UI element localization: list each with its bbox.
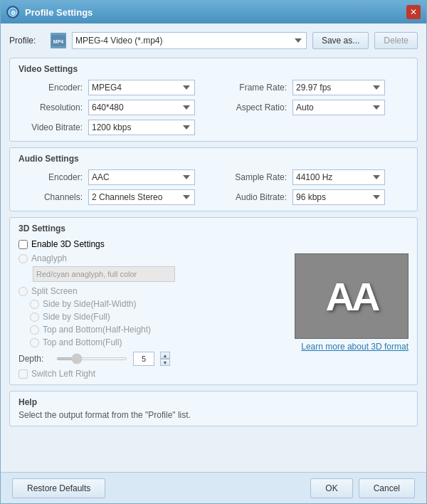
channels-label: Channels:: [19, 192, 83, 202]
profile-select[interactable]: MPEG-4 Video (*.mp4): [72, 32, 307, 49]
enable-3d-label: Enable 3D Settings: [31, 239, 105, 249]
audio-encoder-select[interactable]: AAC: [88, 169, 195, 185]
encoder-label: Encoder:: [19, 83, 83, 93]
channels-row: Channels: 2 Channels Stereo: [19, 189, 211, 205]
split-screen-row: Split Screen: [19, 286, 286, 296]
side-by-side-half-radio[interactable]: [30, 300, 39, 309]
sample-rate-select[interactable]: 44100 Hz: [292, 169, 385, 185]
ok-button[interactable]: OK: [310, 478, 352, 498]
settings-3d-left: Enable 3D Settings Anaglyph Split Screen: [19, 239, 286, 379]
switch-left-right-label: Switch Left Right: [31, 369, 95, 379]
content-area: Profile: MP4 MPEG-4 Video (*.mp4) Save a…: [1, 23, 426, 472]
top-bottom-half-label: Top and Bottom(Half-Height): [43, 325, 151, 335]
depth-slider[interactable]: [56, 357, 127, 360]
svg-text:MP4: MP4: [53, 39, 64, 44]
side-by-side-full-label: Side by Side(Full): [43, 312, 110, 322]
audio-settings-section: Audio Settings Encoder: AAC Sample Rate:…: [9, 147, 418, 211]
footer: Restore Defaults OK Cancel: [1, 472, 426, 503]
depth-label: Depth:: [19, 354, 51, 364]
video-bitrate-select[interactable]: 1200 kbps: [88, 120, 195, 135]
enable-3d-checkbox[interactable]: [19, 240, 28, 249]
video-bitrate-label: Video Bitrate:: [19, 122, 83, 132]
top-bottom-full-row: Top and Bottom(Full): [30, 337, 286, 347]
window-icon: ⚙: [6, 6, 19, 19]
restore-defaults-button[interactable]: Restore Defaults: [12, 478, 105, 498]
preview-box: AA: [295, 253, 408, 339]
depth-down-button[interactable]: ▼: [160, 359, 170, 366]
settings-3d-title: 3D Settings: [19, 224, 408, 233]
aspect-ratio-row: Aspect Ratio: Auto: [216, 100, 408, 115]
split-screen-radio[interactable]: [19, 287, 28, 296]
side-by-side-half-label: Side by Side(Half-Width): [43, 299, 136, 309]
side-by-side-half-row: Side by Side(Half-Width): [30, 299, 286, 309]
anaglyph-radio[interactable]: [19, 254, 28, 263]
encoder-row: Encoder: MPEG4: [19, 80, 211, 95]
footer-right: OK Cancel: [310, 478, 415, 498]
sample-rate-row: Sample Rate: 44100 Hz: [216, 169, 408, 185]
audio-encoder-label: Encoder:: [19, 172, 83, 182]
anaglyph-row: Anaglyph: [19, 253, 286, 263]
settings-3d-inner: Enable 3D Settings Anaglyph Split Screen: [19, 239, 408, 379]
split-screen-label: Split Screen: [31, 286, 78, 296]
switch-left-right-row: Switch Left Right: [19, 369, 286, 379]
switch-left-right-checkbox[interactable]: [19, 369, 28, 379]
video-settings-title: Video Settings: [19, 64, 408, 74]
profile-format-icon: MP4: [51, 33, 66, 48]
top-bottom-half-row: Top and Bottom(Half-Height): [30, 325, 286, 335]
depth-value-input[interactable]: [133, 352, 154, 366]
top-bottom-full-label: Top and Bottom(Full): [43, 337, 122, 347]
side-by-side-full-row: Side by Side(Full): [30, 312, 286, 322]
window-title: Profile Settings: [25, 7, 406, 18]
title-bar: ⚙ Profile Settings ✕: [1, 1, 426, 23]
audio-bitrate-label: Audio Bitrate:: [216, 192, 287, 202]
learn-more-row: Learn more about 3D format: [301, 342, 408, 352]
close-button[interactable]: ✕: [406, 5, 421, 19]
frame-rate-label: Frame Rate:: [216, 83, 287, 93]
frame-rate-row: Frame Rate: 29.97 fps: [216, 80, 408, 95]
aspect-ratio-select[interactable]: Auto: [292, 100, 385, 115]
audio-settings-title: Audio Settings: [19, 154, 408, 164]
depth-up-button[interactable]: ▲: [160, 352, 170, 359]
audio-encoder-row: Encoder: AAC: [19, 169, 211, 185]
save-as-button[interactable]: Save as...: [312, 32, 369, 49]
help-section: Help Select the output format from the "…: [9, 391, 418, 426]
encoder-select[interactable]: MPEG4: [88, 80, 195, 95]
resolution-row: Resolution: 640*480: [19, 100, 211, 115]
video-settings-grid: Encoder: MPEG4 Frame Rate: 29.97 fps Res…: [19, 80, 408, 135]
svg-text:⚙: ⚙: [11, 10, 16, 16]
video-bitrate-row: Video Bitrate: 1200 kbps: [19, 120, 211, 135]
anaglyph-label: Anaglyph: [31, 253, 67, 263]
frame-rate-select[interactable]: 29.97 fps: [292, 80, 385, 95]
help-title: Help: [19, 397, 408, 407]
top-bottom-half-radio[interactable]: [30, 325, 39, 335]
depth-spinner: ▲ ▼: [160, 352, 170, 366]
split-screen-options: Side by Side(Half-Width) Side by Side(Fu…: [30, 299, 286, 347]
resolution-label: Resolution:: [19, 103, 83, 112]
help-text: Select the output format from the "Profi…: [19, 410, 408, 420]
main-window: ⚙ Profile Settings ✕ Profile: MP4 MPEG-4…: [0, 0, 427, 504]
aspect-ratio-label: Aspect Ratio:: [216, 103, 287, 112]
learn-more-link[interactable]: Learn more about 3D format: [301, 342, 408, 352]
delete-button[interactable]: Delete: [374, 32, 418, 49]
side-by-side-full-radio[interactable]: [30, 313, 39, 322]
cancel-button[interactable]: Cancel: [359, 478, 415, 498]
audio-bitrate-select[interactable]: 96 kbps: [292, 189, 385, 205]
top-bottom-full-radio[interactable]: [30, 338, 39, 347]
depth-row: Depth: ▲ ▼: [19, 352, 286, 366]
anaglyph-value-input: [33, 266, 175, 282]
audio-settings-grid: Encoder: AAC Sample Rate: 44100 Hz Chann…: [19, 169, 408, 205]
audio-bitrate-row: Audio Bitrate: 96 kbps: [216, 189, 408, 205]
resolution-select[interactable]: 640*480: [88, 100, 195, 115]
sample-rate-label: Sample Rate:: [216, 172, 287, 182]
preview-text: AA: [326, 273, 378, 320]
settings-3d-section: 3D Settings Enable 3D Settings Anaglyph: [9, 217, 418, 385]
profile-row: Profile: MP4 MPEG-4 Video (*.mp4) Save a…: [9, 29, 418, 52]
video-settings-section: Video Settings Encoder: MPEG4 Frame Rate…: [9, 58, 418, 142]
channels-select[interactable]: 2 Channels Stereo: [88, 189, 195, 205]
enable-3d-row: Enable 3D Settings: [19, 239, 286, 249]
profile-label: Profile:: [9, 36, 45, 46]
